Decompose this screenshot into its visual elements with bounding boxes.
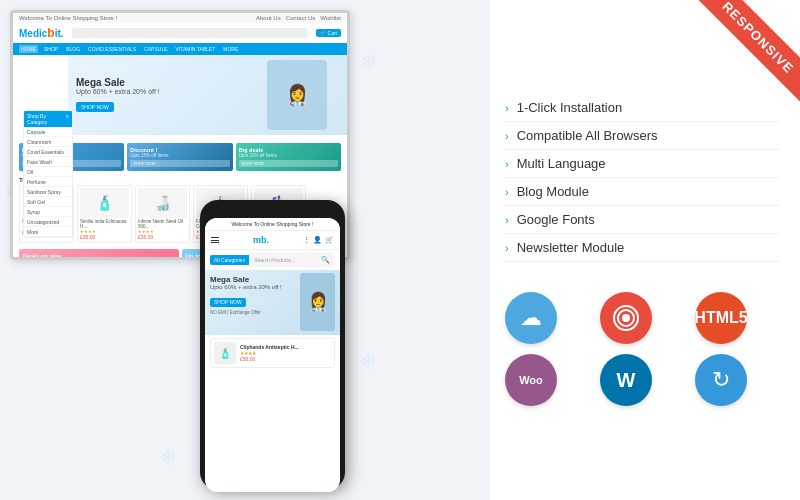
mobile-hero: Mega Sale Upto 60% + extra 20% off ! SHO…	[205, 270, 340, 335]
hamburger-icon[interactable]	[211, 237, 219, 243]
main-container: ❄ ❄ ❄ ❄ Welcome To Online Shopping Store…	[0, 0, 800, 500]
mobile-product-section: 🧴 Cliphands Antiseptic H... ★★★★ £56.00	[205, 335, 340, 373]
mobile-category-select[interactable]: All Categories	[210, 255, 249, 265]
site-logo: Medicbit.	[19, 26, 64, 40]
cat-sanitizer[interactable]: Sanitizer Spray	[24, 187, 72, 197]
mobile-product-img-1: 🧴	[214, 342, 236, 364]
product-name-2: Similia India Echinacea H...	[80, 219, 129, 229]
mobile-screen: Welcome To Online Shopping Store ! mb. ⋮…	[205, 218, 340, 492]
feature-multilang: › Multi Language	[505, 150, 780, 178]
feature-label-3: Multi Language	[517, 156, 606, 171]
search-placeholder-text: Search Products...	[254, 257, 295, 263]
deals-on-play-title: Deals on play	[23, 253, 175, 259]
feature-label-1: 1-Click Installation	[517, 100, 623, 115]
banner-discount[interactable]: Discount ! Upto 15% off Items SHOP NOW	[127, 143, 232, 171]
product-img-3: 🍶	[138, 188, 187, 218]
product-img-2: 🧴	[80, 188, 129, 218]
mobile-topbar: Welcome To Online Shopping Store !	[205, 218, 340, 231]
mobile-nav-icons: ⋮ 👤 🛒	[303, 236, 334, 244]
feature-newsletter: › Newsletter Module	[505, 234, 780, 262]
mobile-hero-btn[interactable]: SHOP NOW	[210, 298, 246, 307]
mobile-product-info-1: Cliphands Antiseptic H... ★★★★ £56.00	[240, 344, 299, 362]
html5-icon[interactable]: HTML5	[695, 292, 747, 344]
cat-oil[interactable]: Oil	[24, 167, 72, 177]
hero-image: 👩‍⚕️	[267, 60, 327, 130]
deals-on-play-sub: Best health checkup tools	[23, 259, 175, 260]
feature-label-6: Newsletter Module	[517, 240, 625, 255]
chevron-icon-3: ›	[505, 158, 509, 170]
refresh-icon[interactable]: ↻	[695, 354, 747, 406]
target-svg	[612, 304, 640, 332]
nav-capsule[interactable]: CAPSULE	[142, 45, 169, 53]
cat-soft-gel[interactable]: Soft Gel	[24, 197, 72, 207]
nav-shop[interactable]: SHOP	[42, 45, 60, 53]
product-card-2[interactable]: 🧴 Similia India Echinacea H... ★★★★ £35.…	[77, 185, 132, 243]
mobile-dots-icon[interactable]: ⋮	[303, 236, 310, 244]
search-bar[interactable]	[72, 28, 309, 38]
mobile-hero-image: 👩‍⚕️	[300, 273, 335, 331]
mobile-logo: mb.	[253, 235, 269, 245]
cat-perfume[interactable]: Perfume	[24, 177, 72, 187]
mobile-search-row: All Categories Search Products... 🔍	[205, 250, 340, 270]
chevron-icon-6: ›	[505, 242, 509, 254]
cloud-icon[interactable]: ☁	[505, 292, 557, 344]
nav-vitamin[interactable]: VITAMIN TABLET	[174, 45, 218, 53]
category-sidebar: Shop By Category ≡ Capsule Cleanroom Cov…	[23, 110, 73, 238]
target-icon[interactable]	[600, 292, 652, 344]
nav-more[interactable]: MORE	[221, 45, 240, 53]
site-nav: HOME SHOP BLOG COVID ESSENTIALS CAPSULE …	[13, 43, 347, 55]
hero-banner: Mega Sale Upto 60% + extra 20% off ! SHO…	[68, 55, 347, 135]
banner-big-deals[interactable]: Big deals Upto 22% off Items SHOP NOW	[236, 143, 341, 171]
banner-discount-btn[interactable]: SHOP NOW	[130, 160, 229, 167]
nav-blog[interactable]: BLOG	[64, 45, 82, 53]
mobile-nav: mb. ⋮ 👤 🛒	[205, 231, 340, 250]
product-price-3: £35.00	[138, 234, 187, 240]
cart-button[interactable]: 🛒 Cart	[316, 29, 341, 37]
mobile-search-input[interactable]: Search Products... 🔍	[249, 253, 335, 267]
deals-on-play-card[interactable]: Deals on play Best health checkup tools	[19, 249, 179, 260]
wordpress-icon[interactable]: W	[600, 354, 652, 406]
mockup-area: ❄ ❄ ❄ ❄ Welcome To Online Shopping Store…	[0, 0, 490, 500]
feature-compatible: › Compatible All Browsers	[505, 122, 780, 150]
cat-capsule[interactable]: Capsule	[24, 127, 72, 137]
hero-title: Mega Sale	[76, 77, 160, 88]
cat-more[interactable]: More	[24, 227, 72, 237]
cat-uncategorized[interactable]: Uncategorized	[24, 217, 72, 227]
feature-blog: › Blog Module	[505, 178, 780, 206]
cat-syrup[interactable]: Syrup	[24, 207, 72, 217]
category-header: Shop By Category ≡	[24, 111, 72, 127]
mobile-user-icon[interactable]: 👤	[313, 236, 322, 244]
mobile-product-price: £56.00	[240, 356, 299, 362]
mobile-notch	[258, 208, 288, 214]
cat-covid[interactable]: Covid Essentials	[24, 147, 72, 157]
svg-point-2	[622, 314, 630, 322]
topbar-links: About Us Contact Us Wishlist	[256, 15, 341, 21]
mobile-cart-icon[interactable]: 🛒	[325, 236, 334, 244]
chevron-icon-5: ›	[505, 214, 509, 226]
cat-cleanroom[interactable]: Cleanroom	[24, 137, 72, 147]
feature-label-2: Compatible All Browsers	[517, 128, 658, 143]
woo-icon[interactable]: Woo	[505, 354, 557, 406]
chevron-icon-2: ›	[505, 130, 509, 142]
product-name-3: Infinite Neem Seed Oil 500...	[138, 219, 187, 229]
mobile-product-card-1[interactable]: 🧴 Cliphands Antiseptic H... ★★★★ £56.00	[210, 338, 335, 368]
hero-shop-now-btn[interactable]: SHOP NOW	[76, 102, 114, 112]
logo-bar: Medicbit. 🛒 Cart	[13, 23, 347, 43]
product-card-3[interactable]: 🍶 Infinite Neem Seed Oil 500... ★★★★ £35…	[135, 185, 190, 243]
chevron-icon-4: ›	[505, 186, 509, 198]
topbar-welcome: Welcome To Online Shopping Store !	[19, 15, 117, 21]
cat-face-wash[interactable]: Face Wash	[24, 157, 72, 167]
responsive-badge: RESPONSIVE	[680, 0, 800, 120]
snowflake-3: ❄	[360, 350, 377, 374]
hero-text: Mega Sale Upto 60% + extra 20% off ! SHO…	[76, 77, 160, 113]
snowflake-4: ❄	[160, 446, 177, 470]
mobile-mockup: Welcome To Online Shopping Store ! mb. ⋮…	[200, 200, 345, 490]
nav-home[interactable]: HOME	[19, 45, 38, 53]
banner-big-deals-btn[interactable]: SHOP NOW	[239, 160, 338, 167]
feature-label-4: Blog Module	[517, 184, 589, 199]
responsive-badge-text: RESPONSIVE	[690, 0, 800, 105]
mobile-search-icon[interactable]: 🔍	[321, 256, 330, 264]
nav-covid[interactable]: COVID ESSENTIALS	[86, 45, 138, 53]
tech-icons-grid: ☁ HTML5 Woo W ↻	[505, 292, 780, 406]
snowflake-1: ❄	[360, 50, 377, 74]
